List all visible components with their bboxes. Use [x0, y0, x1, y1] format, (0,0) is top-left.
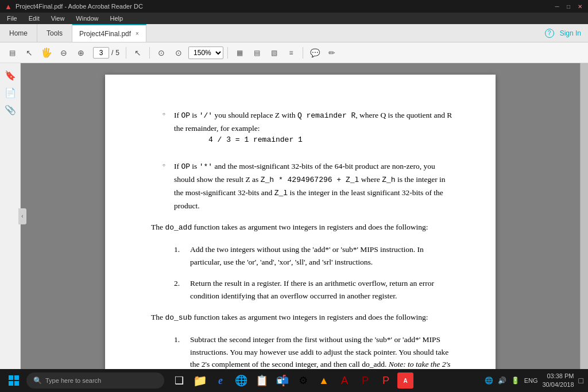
- right-sidebar-scroll[interactable]: [580, 63, 588, 369]
- toolbar-separator-2: [149, 47, 150, 59]
- help-icon: ?: [545, 29, 554, 38]
- left-sidebar: 🔖 📄 📎: [0, 63, 21, 369]
- next-page-btn[interactable]: ⊙: [171, 45, 186, 60]
- taskbar-right: 🌐 🔊 🔋 ENG 03:38 PM 30/04/2018 □: [485, 372, 583, 390]
- taskbar-notification-icon[interactable]: □: [579, 376, 583, 385]
- bullet-item-division: ○ If OP is '/' you should replace Z with…: [163, 109, 455, 151]
- taskbar-lang: ENG: [524, 377, 538, 384]
- sidebar-attachment-icon[interactable]: 📎: [3, 102, 18, 117]
- taskbar-volume-icon: 🔊: [498, 377, 506, 385]
- taskbar-app7[interactable]: ▲: [315, 371, 333, 390]
- sidebar-pages-icon[interactable]: 📄: [3, 85, 18, 100]
- select-tool[interactable]: ↖: [130, 45, 145, 60]
- comment-btn[interactable]: 💬: [307, 45, 322, 60]
- taskbar-date-display: 30/04/2018: [542, 381, 574, 389]
- svg-rect-3: [14, 381, 19, 386]
- numbered-item-3: 1. Subtract the second integer from the …: [174, 333, 455, 369]
- tab-active-document[interactable]: Project4Final.pdf ×: [72, 24, 146, 42]
- page-navigation: / 5: [91, 47, 122, 59]
- code-do-add: do_add: [165, 223, 192, 232]
- page-total: 5: [115, 49, 119, 57]
- numbered-item-1: 1. Add the two integers without using th…: [174, 243, 455, 268]
- minimize-button[interactable]: ─: [554, 3, 560, 10]
- taskbar-explorer-btn[interactable]: 📁: [191, 371, 209, 390]
- sidebar-collapse-arrow[interactable]: ‹: [18, 208, 26, 224]
- tab-close-button[interactable]: ×: [136, 30, 139, 37]
- taskbar-acrobat-btn[interactable]: A: [397, 372, 413, 389]
- scrolling-btn[interactable]: ≡: [284, 45, 299, 60]
- two-page-btn[interactable]: ▧: [266, 45, 281, 60]
- menu-window[interactable]: Window: [74, 15, 100, 22]
- zoom-out-btn[interactable]: ⊖: [56, 45, 71, 60]
- tab-bar: Home Tools Project4Final.pdf × ? Sign In: [0, 24, 588, 42]
- taskbar-app10[interactable]: P: [377, 371, 395, 390]
- signin-button[interactable]: Sign In: [560, 29, 581, 37]
- taskbar-battery-icon: 🔋: [511, 377, 520, 385]
- zoom-in-btn[interactable]: ⊕: [74, 45, 88, 60]
- continuous-view-btn[interactable]: ▤: [249, 45, 264, 60]
- toolbar-separator-4: [303, 47, 303, 59]
- taskbar-clock: 03:38 PM 30/04/2018: [542, 372, 574, 390]
- hand-tool[interactable]: 🖐: [39, 45, 54, 60]
- toolbar: ▤ ↖ 🖐 ⊖ ⊕ / 5 ↖ ⊙ ⊙ 150% 100% 125% 200% …: [0, 42, 588, 63]
- toolbar-separator-1: [126, 47, 126, 59]
- para-do-sub: The do_sub function takes as argument tw…: [151, 311, 455, 324]
- zoom-select[interactable]: 150% 100% 125% 200%: [188, 46, 223, 59]
- close-button[interactable]: ✕: [577, 3, 583, 10]
- menu-file[interactable]: File: [5, 15, 20, 22]
- taskbar-app9[interactable]: P: [356, 371, 374, 390]
- pdf-page: ○ If OP is '/' you should replace Z with…: [105, 75, 496, 369]
- annotation-btn[interactable]: ✏: [324, 45, 339, 60]
- tab-home[interactable]: Home: [0, 24, 37, 42]
- page-separator: /: [111, 49, 113, 57]
- svg-rect-1: [14, 375, 19, 380]
- tab-tools[interactable]: Tools: [37, 24, 72, 42]
- taskbar: 🔍 Type here to search ❑ 📁 e 🌐 📋 📬 ⚙ ▲ A …: [0, 369, 588, 392]
- thumbnail-view-btn[interactable]: ▦: [232, 45, 247, 60]
- numbered-item-2: 2. Return the result in a register. If t…: [174, 277, 455, 302]
- maximize-button[interactable]: □: [565, 3, 572, 10]
- pdf-viewer[interactable]: ○ If OP is '/' you should replace Z with…: [21, 63, 580, 369]
- taskbar-time-display: 03:38 PM: [542, 372, 574, 381]
- cursor-tool[interactable]: ↖: [22, 45, 37, 60]
- taskbar-app4[interactable]: 📋: [253, 371, 271, 390]
- taskbar-network-icon: 🌐: [485, 377, 493, 385]
- bullet-list: ○ If OP is '/' you should replace Z with…: [163, 109, 455, 212]
- svg-rect-2: [9, 381, 13, 386]
- menu-help[interactable]: Help: [107, 15, 125, 22]
- windows-logo-icon: [9, 375, 19, 386]
- division-example: 4 / 3 = 1 remainder 1: [208, 134, 455, 146]
- svg-rect-0: [9, 375, 13, 380]
- start-button[interactable]: [5, 371, 23, 390]
- taskbar-app8[interactable]: A: [335, 371, 354, 390]
- code-do-sub: do_sub: [165, 313, 192, 322]
- taskbar-taskview-btn[interactable]: ❑: [170, 371, 188, 390]
- taskbar-edge-btn[interactable]: e: [211, 371, 230, 390]
- bullet-circle-1: ○: [163, 111, 168, 118]
- numbered-list-do-add: 1. Add the two integers without using th…: [174, 243, 455, 302]
- menu-edit[interactable]: Edit: [26, 15, 42, 22]
- menu-bar: File Edit View Window Help: [0, 13, 588, 24]
- page-number-input[interactable]: [93, 47, 109, 59]
- para-do-add: The do_add function takes as argument tw…: [151, 221, 455, 234]
- signin-area[interactable]: ? Sign In: [545, 24, 588, 42]
- taskbar-app6[interactable]: ⚙: [294, 371, 312, 390]
- window-title: Project4Final.pdf - Adobe Acrobat Reader…: [16, 3, 143, 10]
- menu-view[interactable]: View: [49, 15, 67, 22]
- nav-panel-toggle[interactable]: ▤: [5, 45, 20, 60]
- taskbar-search-placeholder: Type here to search: [45, 377, 101, 384]
- bullet-item-multiply: ○ If OP is '*' and the most-significant …: [163, 160, 455, 212]
- taskbar-search-box[interactable]: 🔍 Type here to search: [26, 372, 164, 389]
- numbered-list-do-sub: 1. Subtract the second integer from the …: [174, 333, 455, 369]
- taskbar-chrome-btn[interactable]: 🌐: [232, 371, 250, 390]
- taskbar-app5[interactable]: 📬: [273, 371, 292, 390]
- taskbar-search-icon: 🔍: [33, 377, 42, 385]
- title-bar: ▲ Project4Final.pdf - Adobe Acrobat Read…: [0, 0, 588, 13]
- prev-page-btn[interactable]: ⊙: [154, 45, 169, 60]
- sidebar-bookmark-icon[interactable]: 🔖: [3, 68, 18, 83]
- toolbar-separator-3: [227, 47, 228, 59]
- bullet-circle-2: ○: [163, 162, 168, 169]
- taskbar-apps: ❑ 📁 e 🌐 📋 📬 ⚙ ▲ A P P A: [170, 371, 413, 390]
